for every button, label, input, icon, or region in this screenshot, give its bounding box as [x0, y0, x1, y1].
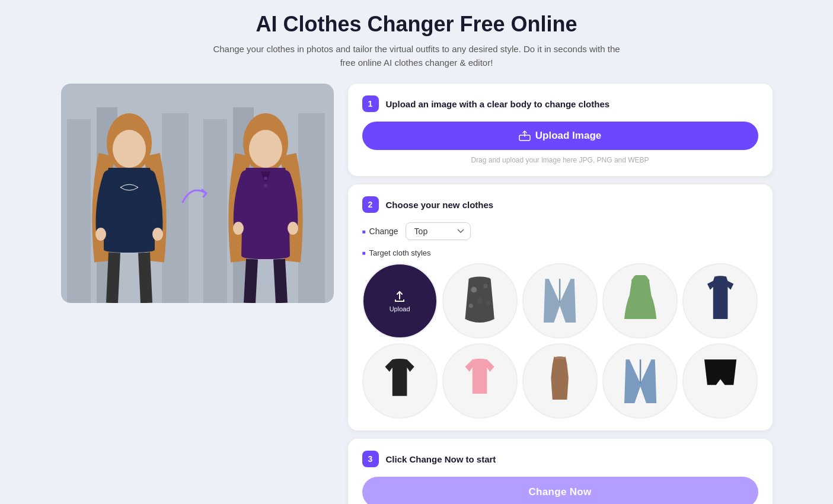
black-shorts-icon	[695, 356, 746, 407]
clothes-type-dropdown[interactable]: Top Bottom Full Body Dress	[406, 222, 471, 240]
pink-tshirt-icon	[454, 356, 505, 407]
upload-icon	[519, 130, 531, 141]
upload-hint: Drag and upload your image here JPG, PNG…	[362, 156, 758, 164]
change-label: Change	[362, 227, 398, 236]
clothes-item-jeans[interactable]	[522, 263, 598, 339]
svg-point-16	[233, 222, 244, 235]
svg-rect-1	[67, 119, 91, 303]
upload-item-label: Upload	[390, 305, 410, 312]
black-tshirt-icon	[374, 356, 425, 407]
step3-title: Click Change Now to start	[386, 454, 496, 464]
navy-tank-icon	[695, 275, 746, 326]
step3-card: 3 Click Change Now to start Change Now	[348, 439, 773, 504]
brown-dress-icon	[534, 356, 585, 407]
clothes-upload-item[interactable]: Upload	[362, 263, 438, 339]
step1-card: 1 Upload an image with a clear body to c…	[348, 84, 773, 176]
clothes-item-brown-dress[interactable]	[522, 343, 598, 419]
svg-point-17	[288, 222, 298, 235]
controls-panel: 1 Upload an image with a clear body to c…	[348, 84, 773, 504]
light-jeans-icon	[615, 356, 666, 407]
before-image	[61, 84, 197, 303]
svg-point-22	[469, 304, 473, 308]
clothes-item-floral-skirt[interactable]	[442, 263, 518, 339]
jeans-icon	[534, 275, 585, 326]
step2-title: Choose your new clothes	[386, 200, 494, 210]
step1-title: Upload an image with a clear body to cha…	[386, 99, 610, 109]
clothes-item-pink-tshirt[interactable]	[442, 343, 518, 419]
svg-point-5	[113, 130, 146, 168]
change-now-button[interactable]: Change Now	[362, 477, 758, 504]
svg-point-14	[264, 177, 267, 180]
step2-card: 2 Choose your new clothes Change Top Bot…	[348, 184, 773, 430]
clothes-item-black-tshirt[interactable]	[362, 343, 438, 419]
main-content: 1 Upload an image with a clear body to c…	[61, 84, 773, 504]
preview-panel	[61, 84, 334, 303]
clothes-item-light-jeans[interactable]	[602, 343, 678, 419]
page-title: AI Clothes Changer Free Online	[24, 12, 809, 37]
clothes-item-green-dress[interactable]	[602, 263, 678, 339]
floral-skirt-icon	[454, 275, 505, 326]
svg-rect-9	[203, 119, 227, 303]
change-row: Change Top Bottom Full Body Dress	[362, 222, 758, 240]
page-subtitle: Change your clothes in photos and tailor…	[209, 43, 624, 69]
svg-point-21	[477, 298, 483, 304]
svg-point-13	[249, 130, 282, 168]
upload-image-button[interactable]: Upload Image	[362, 122, 758, 150]
step1-header: 1 Upload an image with a clear body to c…	[362, 95, 758, 112]
clothes-grid: Upload	[362, 263, 758, 419]
svg-point-15	[264, 184, 267, 187]
svg-point-7	[152, 228, 163, 241]
clothes-item-navy-tank[interactable]	[682, 263, 758, 339]
transform-arrow	[180, 176, 215, 211]
svg-point-6	[95, 228, 106, 241]
step3-header: 3 Click Change Now to start	[362, 451, 758, 467]
step1-badge: 1	[362, 95, 379, 112]
clothes-item-black-shorts[interactable]	[682, 343, 758, 419]
step3-badge: 3	[362, 451, 379, 467]
upload-clothes-icon	[393, 290, 406, 303]
page-header: AI Clothes Changer Free Online Change yo…	[24, 12, 809, 69]
step2-badge: 2	[362, 196, 379, 213]
svg-point-23	[486, 301, 490, 305]
svg-point-20	[483, 284, 487, 288]
svg-point-19	[471, 287, 477, 293]
after-image	[197, 84, 334, 303]
target-cloth-label: Target cloth styles	[362, 248, 758, 257]
green-dress-icon	[615, 275, 666, 326]
step2-header: 2 Choose your new clothes	[362, 196, 758, 213]
